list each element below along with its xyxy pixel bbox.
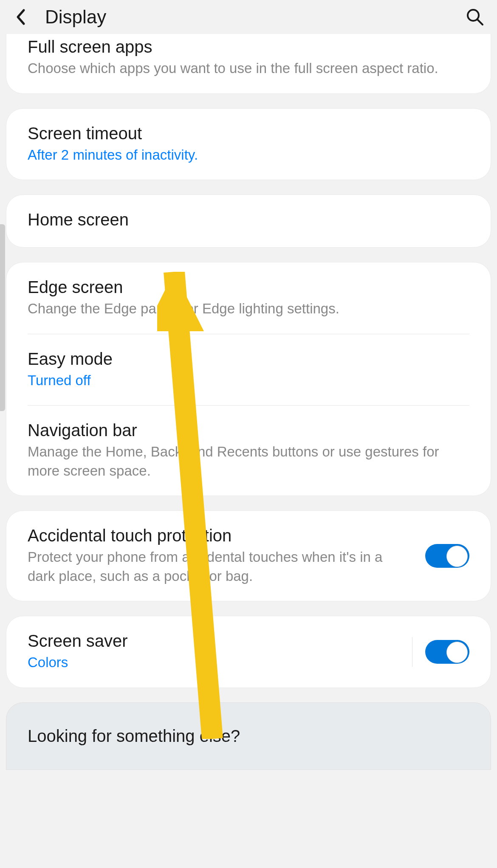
setting-navigation-bar[interactable]: Navigation bar Manage the Home, Back, an… [6,406,491,496]
app-header: Display [0,0,497,34]
item-title: Home screen [28,210,469,229]
item-subtitle: Colors [28,653,404,672]
setting-full-screen-apps[interactable]: Full screen apps Choose which apps you w… [6,34,491,93]
search-icon[interactable] [466,8,484,26]
item-title: Full screen apps [28,37,469,56]
toggle-switch[interactable] [425,544,469,568]
item-subtitle: Turned off [28,371,469,390]
content-area: Full screen apps Choose which apps you w… [0,34,497,770]
item-subtitle: Protect your phone from accidental touch… [28,548,412,586]
back-icon[interactable] [13,9,28,25]
svg-line-1 [477,20,483,25]
item-title: Easy mode [28,349,469,369]
item-title: Accidental touch protection [28,526,412,545]
settings-card: Home screen [6,194,491,248]
item-text: Accidental touch protection Protect your… [28,526,412,586]
header-left: Display [13,6,106,28]
item-title: Screen saver [28,631,404,651]
settings-card: Screen saver Colors [6,616,491,688]
setting-accidental-touch[interactable]: Accidental touch protection Protect your… [6,511,491,601]
setting-home-screen[interactable]: Home screen [6,195,491,247]
item-text: Screen saver Colors [28,631,404,672]
item-subtitle: After 2 minutes of inactivity. [28,146,469,165]
footer-title: Looking for something else? [28,727,469,746]
page-title: Display [45,6,106,28]
item-title: Screen timeout [28,124,469,143]
toggle-divider [412,637,412,667]
item-subtitle: Choose which apps you want to use in the… [28,59,469,78]
setting-screen-saver[interactable]: Screen saver Colors [6,616,491,688]
item-subtitle: Manage the Home, Back, and Recents butto… [28,442,469,480]
setting-easy-mode[interactable]: Easy mode Turned off [6,334,491,406]
settings-card: Accidental touch protection Protect your… [6,510,491,601]
settings-card: Screen timeout After 2 minutes of inacti… [6,108,491,180]
settings-card: Full screen apps Choose which apps you w… [6,34,491,94]
settings-card: Edge screen Change the Edge panels or Ed… [6,262,491,496]
item-subtitle: Change the Edge panels or Edge lighting … [28,299,469,318]
toggle-switch[interactable] [425,640,469,664]
footer-card[interactable]: Looking for something else? [6,702,491,770]
setting-edge-screen[interactable]: Edge screen Change the Edge panels or Ed… [6,262,491,334]
setting-screen-timeout[interactable]: Screen timeout After 2 minutes of inacti… [6,109,491,180]
item-title: Edge screen [28,278,469,297]
scroll-indicator [0,224,5,411]
item-title: Navigation bar [28,421,469,440]
